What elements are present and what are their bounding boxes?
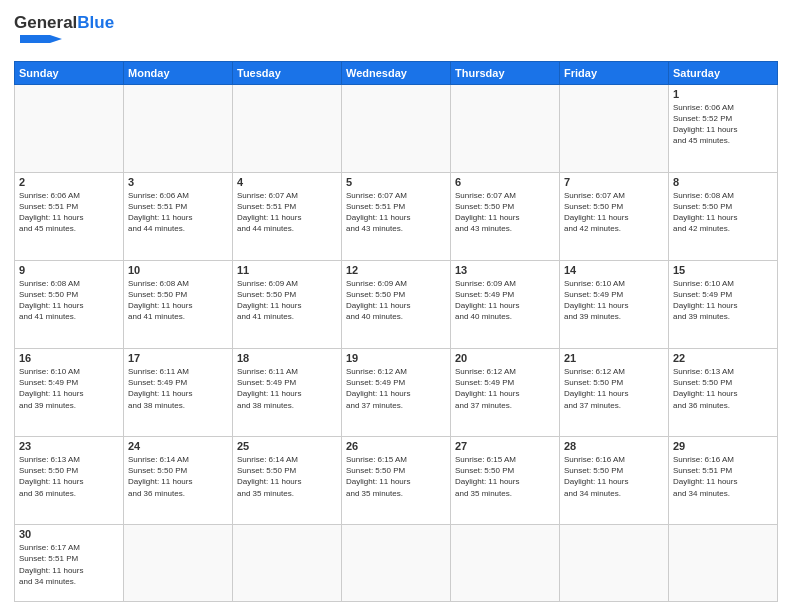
calendar-week-4: 23Sunrise: 6:13 AM Sunset: 5:50 PM Dayli… — [15, 437, 778, 525]
calendar-cell: 14Sunrise: 6:10 AM Sunset: 5:49 PM Dayli… — [560, 260, 669, 348]
calendar-cell: 26Sunrise: 6:15 AM Sunset: 5:50 PM Dayli… — [342, 437, 451, 525]
calendar-cell — [451, 84, 560, 172]
day-number: 15 — [673, 264, 773, 276]
day-info: Sunrise: 6:16 AM Sunset: 5:51 PM Dayligh… — [673, 454, 773, 499]
logo: GeneralBlue — [14, 14, 114, 55]
calendar-cell: 10Sunrise: 6:08 AM Sunset: 5:50 PM Dayli… — [124, 260, 233, 348]
calendar-cell: 23Sunrise: 6:13 AM Sunset: 5:50 PM Dayli… — [15, 437, 124, 525]
calendar-cell: 11Sunrise: 6:09 AM Sunset: 5:50 PM Dayli… — [233, 260, 342, 348]
day-info: Sunrise: 6:07 AM Sunset: 5:51 PM Dayligh… — [237, 190, 337, 235]
calendar-week-2: 9Sunrise: 6:08 AM Sunset: 5:50 PM Daylig… — [15, 260, 778, 348]
day-number: 19 — [346, 352, 446, 364]
day-number: 16 — [19, 352, 119, 364]
header: GeneralBlue — [14, 10, 778, 55]
calendar-cell: 3Sunrise: 6:06 AM Sunset: 5:51 PM Daylig… — [124, 172, 233, 260]
weekday-header-wednesday: Wednesday — [342, 61, 451, 84]
calendar-cell — [233, 525, 342, 602]
svg-marker-0 — [20, 35, 50, 43]
day-number: 3 — [128, 176, 228, 188]
day-info: Sunrise: 6:08 AM Sunset: 5:50 PM Dayligh… — [19, 278, 119, 323]
day-number: 25 — [237, 440, 337, 452]
calendar-cell: 25Sunrise: 6:14 AM Sunset: 5:50 PM Dayli… — [233, 437, 342, 525]
day-info: Sunrise: 6:06 AM Sunset: 5:51 PM Dayligh… — [19, 190, 119, 235]
calendar-cell — [669, 525, 778, 602]
day-info: Sunrise: 6:07 AM Sunset: 5:51 PM Dayligh… — [346, 190, 446, 235]
day-number: 28 — [564, 440, 664, 452]
day-info: Sunrise: 6:09 AM Sunset: 5:50 PM Dayligh… — [237, 278, 337, 323]
calendar-table: SundayMondayTuesdayWednesdayThursdayFrid… — [14, 61, 778, 602]
weekday-header-friday: Friday — [560, 61, 669, 84]
logo-icon — [14, 33, 62, 51]
calendar-week-5: 30Sunrise: 6:17 AM Sunset: 5:51 PM Dayli… — [15, 525, 778, 602]
calendar-cell: 2Sunrise: 6:06 AM Sunset: 5:51 PM Daylig… — [15, 172, 124, 260]
day-number: 22 — [673, 352, 773, 364]
day-number: 4 — [237, 176, 337, 188]
weekday-header-thursday: Thursday — [451, 61, 560, 84]
calendar-cell: 24Sunrise: 6:14 AM Sunset: 5:50 PM Dayli… — [124, 437, 233, 525]
calendar-cell: 28Sunrise: 6:16 AM Sunset: 5:50 PM Dayli… — [560, 437, 669, 525]
calendar-week-1: 2Sunrise: 6:06 AM Sunset: 5:51 PM Daylig… — [15, 172, 778, 260]
day-info: Sunrise: 6:15 AM Sunset: 5:50 PM Dayligh… — [455, 454, 555, 499]
day-info: Sunrise: 6:09 AM Sunset: 5:50 PM Dayligh… — [346, 278, 446, 323]
calendar-week-3: 16Sunrise: 6:10 AM Sunset: 5:49 PM Dayli… — [15, 348, 778, 436]
calendar-cell: 5Sunrise: 6:07 AM Sunset: 5:51 PM Daylig… — [342, 172, 451, 260]
day-number: 27 — [455, 440, 555, 452]
day-info: Sunrise: 6:14 AM Sunset: 5:50 PM Dayligh… — [128, 454, 228, 499]
day-info: Sunrise: 6:10 AM Sunset: 5:49 PM Dayligh… — [564, 278, 664, 323]
calendar-cell: 4Sunrise: 6:07 AM Sunset: 5:51 PM Daylig… — [233, 172, 342, 260]
day-number: 6 — [455, 176, 555, 188]
day-info: Sunrise: 6:07 AM Sunset: 5:50 PM Dayligh… — [455, 190, 555, 235]
day-number: 9 — [19, 264, 119, 276]
calendar-cell — [342, 84, 451, 172]
calendar-cell: 30Sunrise: 6:17 AM Sunset: 5:51 PM Dayli… — [15, 525, 124, 602]
calendar-cell: 18Sunrise: 6:11 AM Sunset: 5:49 PM Dayli… — [233, 348, 342, 436]
day-info: Sunrise: 6:12 AM Sunset: 5:50 PM Dayligh… — [564, 366, 664, 411]
svg-marker-1 — [50, 35, 62, 43]
weekday-header-tuesday: Tuesday — [233, 61, 342, 84]
calendar-cell: 9Sunrise: 6:08 AM Sunset: 5:50 PM Daylig… — [15, 260, 124, 348]
day-info: Sunrise: 6:11 AM Sunset: 5:49 PM Dayligh… — [237, 366, 337, 411]
logo-general: General — [14, 13, 77, 32]
day-info: Sunrise: 6:06 AM Sunset: 5:52 PM Dayligh… — [673, 102, 773, 147]
calendar-cell: 6Sunrise: 6:07 AM Sunset: 5:50 PM Daylig… — [451, 172, 560, 260]
day-info: Sunrise: 6:07 AM Sunset: 5:50 PM Dayligh… — [564, 190, 664, 235]
day-number: 10 — [128, 264, 228, 276]
day-info: Sunrise: 6:12 AM Sunset: 5:49 PM Dayligh… — [455, 366, 555, 411]
calendar-cell: 21Sunrise: 6:12 AM Sunset: 5:50 PM Dayli… — [560, 348, 669, 436]
day-info: Sunrise: 6:10 AM Sunset: 5:49 PM Dayligh… — [19, 366, 119, 411]
day-number: 8 — [673, 176, 773, 188]
day-number: 21 — [564, 352, 664, 364]
calendar-cell — [233, 84, 342, 172]
calendar-cell: 22Sunrise: 6:13 AM Sunset: 5:50 PM Dayli… — [669, 348, 778, 436]
calendar-cell: 12Sunrise: 6:09 AM Sunset: 5:50 PM Dayli… — [342, 260, 451, 348]
day-number: 5 — [346, 176, 446, 188]
calendar-cell: 27Sunrise: 6:15 AM Sunset: 5:50 PM Dayli… — [451, 437, 560, 525]
calendar-cell: 20Sunrise: 6:12 AM Sunset: 5:49 PM Dayli… — [451, 348, 560, 436]
calendar-cell: 29Sunrise: 6:16 AM Sunset: 5:51 PM Dayli… — [669, 437, 778, 525]
day-info: Sunrise: 6:14 AM Sunset: 5:50 PM Dayligh… — [237, 454, 337, 499]
calendar-cell — [15, 84, 124, 172]
weekday-header-row: SundayMondayTuesdayWednesdayThursdayFrid… — [15, 61, 778, 84]
calendar-cell: 1Sunrise: 6:06 AM Sunset: 5:52 PM Daylig… — [669, 84, 778, 172]
calendar-cell: 15Sunrise: 6:10 AM Sunset: 5:49 PM Dayli… — [669, 260, 778, 348]
weekday-header-sunday: Sunday — [15, 61, 124, 84]
calendar-cell: 16Sunrise: 6:10 AM Sunset: 5:49 PM Dayli… — [15, 348, 124, 436]
day-number: 7 — [564, 176, 664, 188]
calendar-cell: 19Sunrise: 6:12 AM Sunset: 5:49 PM Dayli… — [342, 348, 451, 436]
day-info: Sunrise: 6:12 AM Sunset: 5:49 PM Dayligh… — [346, 366, 446, 411]
day-number: 20 — [455, 352, 555, 364]
calendar-cell — [560, 84, 669, 172]
page: GeneralBlue SundayMondayTuesdayWednesday… — [0, 0, 792, 612]
day-info: Sunrise: 6:08 AM Sunset: 5:50 PM Dayligh… — [128, 278, 228, 323]
day-number: 2 — [19, 176, 119, 188]
day-number: 30 — [19, 528, 119, 540]
calendar-cell — [124, 84, 233, 172]
day-number: 18 — [237, 352, 337, 364]
day-info: Sunrise: 6:15 AM Sunset: 5:50 PM Dayligh… — [346, 454, 446, 499]
day-number: 11 — [237, 264, 337, 276]
day-number: 29 — [673, 440, 773, 452]
day-info: Sunrise: 6:11 AM Sunset: 5:49 PM Dayligh… — [128, 366, 228, 411]
calendar-cell — [451, 525, 560, 602]
day-number: 23 — [19, 440, 119, 452]
day-number: 24 — [128, 440, 228, 452]
